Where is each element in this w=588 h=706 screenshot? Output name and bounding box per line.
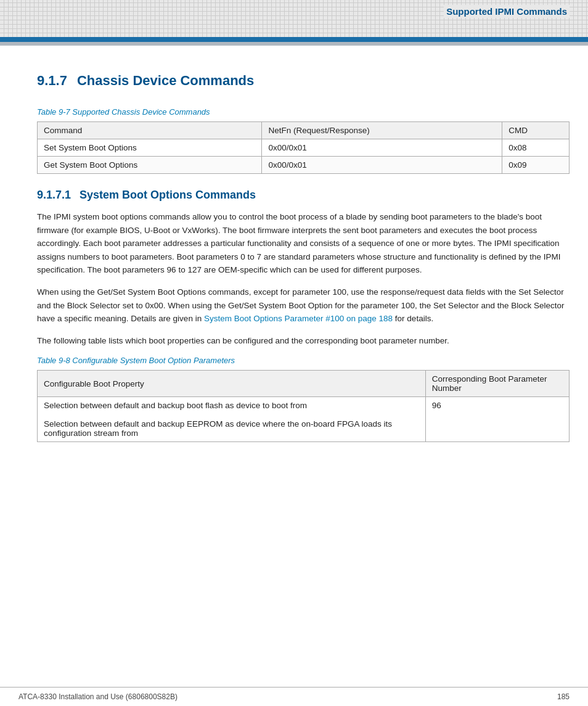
boot-property-1: Selection between default and backup boo… xyxy=(38,397,426,442)
sub-section-heading: 9.1.7.1 System Boot Options Commands xyxy=(37,189,570,202)
table-row: Selection between default and backup boo… xyxy=(38,397,570,442)
paragraph-2: When using the Get/Set System Boot Optio… xyxy=(37,285,570,326)
footer: ATCA-8330 Installation and Use (6806800S… xyxy=(0,687,588,706)
table1-caption: Table 9-7 Supported Chassis Device Comma… xyxy=(37,107,570,117)
header-pattern: Supported IPMI Commands xyxy=(0,0,588,37)
sub-section-title: System Boot Options Commands xyxy=(80,189,256,202)
paragraph-1: The IPMI system boot options commands al… xyxy=(37,210,570,277)
cmd-1: 0x08 xyxy=(502,139,570,157)
main-content: 9.1.7 Chassis Device Commands Table 9-7 … xyxy=(0,48,588,475)
col-param-number: Corresponding Boot Parameter Number xyxy=(425,371,569,397)
paragraph-3: The following table lists which boot pro… xyxy=(37,334,570,348)
col-cmd: CMD xyxy=(502,122,570,139)
netfn-1: 0x00/0x01 xyxy=(262,139,502,157)
table-row: Set System Boot Options 0x00/0x01 0x08 xyxy=(38,139,570,157)
cmd-name-2: Get System Boot Options xyxy=(38,157,262,174)
table2-caption: Table 9-8 Configurable System Boot Optio… xyxy=(37,356,570,365)
table-boot-params: Configurable Boot Property Corresponding… xyxy=(37,370,570,442)
section-heading: 9.1.7 Chassis Device Commands xyxy=(37,73,570,89)
boot-options-link[interactable]: System Boot Options Parameter #100 on pa… xyxy=(204,314,393,323)
section-number: 9.1.7 xyxy=(37,73,67,89)
footer-left: ATCA-8330 Installation and Use (6806800S… xyxy=(18,692,178,701)
cmd-2: 0x09 xyxy=(502,157,570,174)
footer-right: 185 xyxy=(557,692,570,701)
sub-section-number: 9.1.7.1 xyxy=(37,189,71,202)
table-chassis-commands: Command NetFn (Request/Response) CMD Set… xyxy=(37,121,570,174)
param-number-1: 96 xyxy=(425,397,569,442)
col-netfn: NetFn (Request/Response) xyxy=(262,122,502,139)
section-title: Chassis Device Commands xyxy=(77,73,254,89)
col-boot-property: Configurable Boot Property xyxy=(38,371,426,397)
table-row: Get System Boot Options 0x00/0x01 0x09 xyxy=(38,157,570,174)
header-title: Supported IPMI Commands xyxy=(444,5,570,18)
col-command: Command xyxy=(38,122,262,139)
cmd-name-1: Set System Boot Options xyxy=(38,139,262,157)
header-title-bar: Supported IPMI Commands xyxy=(0,0,588,23)
blue-accent-bar xyxy=(0,37,588,42)
netfn-2: 0x00/0x01 xyxy=(262,157,502,174)
